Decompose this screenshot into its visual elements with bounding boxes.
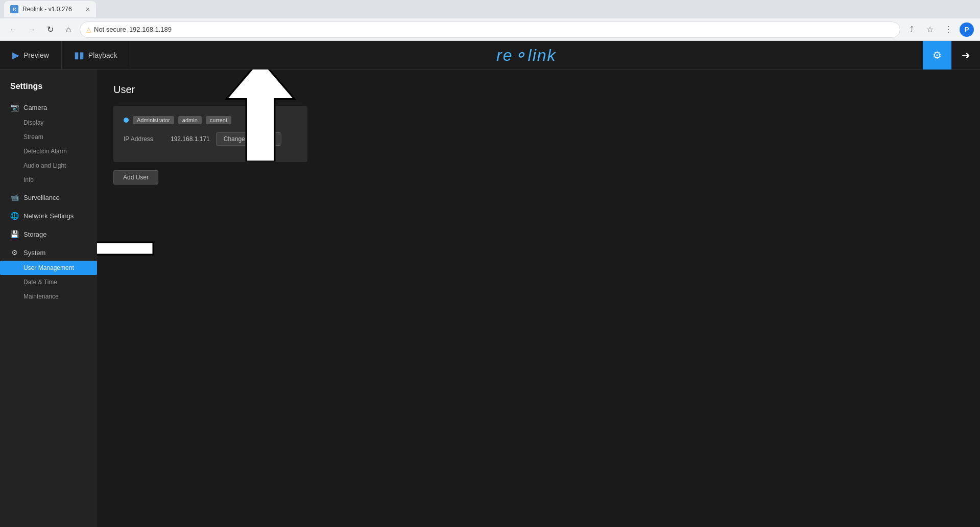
badge-current: current (206, 116, 231, 124)
browser-tab-bar: R Reolink - v1.0.276 × (0, 0, 980, 18)
share-button[interactable]: ⤴ (904, 22, 919, 37)
bookmark-button[interactable]: ☆ (923, 22, 937, 37)
change-password-button[interactable]: Change Password (216, 132, 281, 146)
logo-text: re⚬link (496, 45, 556, 65)
surveillance-section-icon: 📹 (10, 193, 18, 201)
sidebar-item-user-management[interactable]: User Management (0, 261, 97, 275)
app-nav-left: ▶ Preview ▮▮ Playback (0, 41, 130, 69)
storage-section-icon: 💾 (10, 230, 18, 238)
app-logo: re⚬link (130, 45, 923, 65)
preview-icon: ▶ (12, 50, 19, 61)
tab-close-btn[interactable]: × (86, 5, 90, 13)
header-right-controls: ⚙ ➜ (923, 41, 980, 69)
sidebar-section-system-header[interactable]: ⚙ System (0, 244, 97, 261)
network-section-icon: 🌐 (10, 212, 18, 220)
network-section-label: Network Settings (23, 212, 74, 220)
ip-label: IP Address (124, 135, 164, 143)
sidebar-section-camera-header[interactable]: 📷 Camera (0, 99, 97, 116)
app-body: Settings 📷 Camera Display Stream Detecti… (0, 70, 980, 527)
sidebar: Settings 📷 Camera Display Stream Detecti… (0, 70, 97, 527)
settings-icon: ⚙ (933, 49, 942, 61)
badge-administrator: Administrator (133, 116, 174, 124)
app-header: ▶ Preview ▮▮ Playback re⚬link ⚙ ➜ (0, 41, 980, 70)
logout-button[interactable]: ➜ (951, 41, 980, 70)
sidebar-item-display[interactable]: Display (0, 116, 97, 130)
forward-button[interactable]: → (25, 22, 39, 37)
page-title: User (113, 84, 964, 96)
home-button[interactable]: ⌂ (61, 22, 76, 37)
tab-favicon: R (10, 5, 18, 13)
storage-section-label: Storage (23, 231, 47, 238)
profile-button[interactable]: P (960, 22, 974, 37)
address-text: 192.168.1.189 (129, 26, 172, 33)
sidebar-section-surveillance-header[interactable]: 📹 Surveillance (0, 189, 97, 205)
browser-menu-button[interactable]: ⋮ (941, 22, 955, 37)
sidebar-section-network-header[interactable]: 🌐 Network Settings (0, 208, 97, 224)
system-section-label: System (23, 249, 45, 257)
address-bar[interactable]: △ Not secure 192.168.1.189 (80, 21, 900, 38)
preview-label: Preview (23, 51, 49, 59)
browser-nav-bar: ← → ↻ ⌂ △ Not secure 192.168.1.189 ⤴ ☆ ⋮… (0, 18, 980, 41)
sidebar-section-storage: 💾 Storage (0, 226, 97, 242)
sidebar-item-info[interactable]: Info (0, 173, 97, 187)
user-status-dot (124, 118, 129, 123)
user-card: Administrator admin current IP Address 1… (113, 106, 307, 162)
camera-section-icon: 📷 (10, 103, 18, 111)
camera-section-label: Camera (23, 104, 47, 111)
svg-marker-1 (97, 233, 153, 264)
badge-admin: admin (178, 116, 202, 124)
sidebar-item-audio-light[interactable]: Audio and Light (0, 158, 97, 173)
arrow-sidebar-left (97, 228, 158, 269)
sidebar-item-maintenance[interactable]: Maintenance (0, 289, 97, 304)
user-ip-row: IP Address 192.168.1.171 Change Password (124, 132, 297, 146)
add-user-button[interactable]: Add User (113, 170, 158, 185)
back-button[interactable]: ← (6, 22, 20, 37)
sidebar-item-detection-alarm[interactable]: Detection Alarm (0, 144, 97, 158)
tab-title: Reolink - v1.0.276 (22, 6, 72, 13)
playback-icon: ▮▮ (74, 50, 84, 61)
security-warning-text: Not secure (94, 26, 126, 33)
sidebar-section-system: ⚙ System User Management Date & Time Mai… (0, 244, 97, 304)
sidebar-item-date-time[interactable]: Date & Time (0, 275, 97, 289)
preview-button[interactable]: ▶ Preview (0, 41, 62, 69)
settings-button[interactable]: ⚙ (923, 41, 951, 70)
sidebar-section-surveillance: 📹 Surveillance (0, 189, 97, 205)
system-section-icon: ⚙ (10, 248, 18, 257)
playback-button[interactable]: ▮▮ Playback (62, 41, 130, 69)
browser-tab[interactable]: R Reolink - v1.0.276 × (4, 1, 96, 17)
sidebar-title: Settings (0, 78, 97, 99)
nav-right-controls: ⤴ ☆ ⋮ P (904, 22, 974, 37)
ip-value: 192.168.1.171 (171, 135, 210, 143)
logout-icon: ➜ (962, 49, 970, 61)
reload-button[interactable]: ↻ (43, 22, 57, 37)
sidebar-section-network: 🌐 Network Settings (0, 208, 97, 224)
sidebar-section-camera: 📷 Camera Display Stream Detection Alarm … (0, 99, 97, 187)
user-card-header: Administrator admin current (124, 116, 297, 124)
sidebar-item-stream[interactable]: Stream (0, 130, 97, 144)
surveillance-section-label: Surveillance (23, 194, 60, 201)
sidebar-section-storage-header[interactable]: 💾 Storage (0, 226, 97, 242)
main-content: User Administrator admin current IP Addr… (97, 70, 980, 527)
security-warning-icon: △ (86, 26, 91, 33)
playback-label: Playback (88, 51, 117, 59)
